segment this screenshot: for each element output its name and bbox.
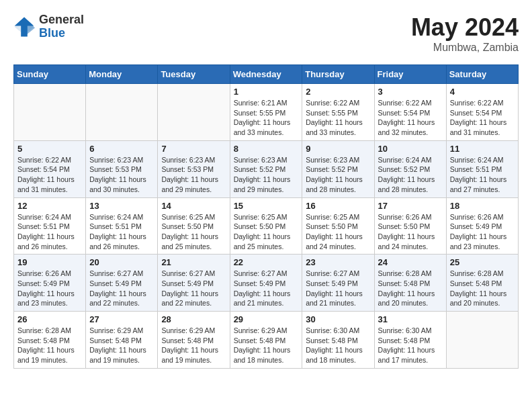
calendar-cell: 19Sunrise: 6:26 AM Sunset: 5:49 PM Dayli… (14, 255, 86, 312)
day-info: Sunrise: 6:27 AM Sunset: 5:49 PM Dayligh… (234, 269, 299, 308)
day-number: 7 (161, 144, 226, 154)
calendar-cell: 22Sunrise: 6:27 AM Sunset: 5:49 PM Dayli… (230, 255, 302, 312)
day-number: 29 (234, 314, 299, 324)
calendar-table: SundayMondayTuesdayWednesdayThursdayFrid… (13, 64, 519, 369)
day-number: 22 (234, 257, 299, 267)
calendar-cell: 4Sunrise: 6:22 AM Sunset: 5:54 PM Daylig… (446, 84, 518, 141)
day-info: Sunrise: 6:22 AM Sunset: 5:54 PM Dayligh… (17, 155, 82, 195)
title-block: May 2024 Mumbwa, Zambia (411, 13, 519, 54)
day-info: Sunrise: 6:27 AM Sunset: 5:49 PM Dayligh… (89, 269, 154, 308)
day-info: Sunrise: 6:28 AM Sunset: 5:48 PM Dayligh… (17, 326, 82, 365)
day-number: 5 (17, 144, 82, 154)
calendar-header-row: SundayMondayTuesdayWednesdayThursdayFrid… (14, 65, 519, 84)
day-info: Sunrise: 6:29 AM Sunset: 5:48 PM Dayligh… (89, 326, 154, 365)
calendar-cell: 29Sunrise: 6:29 AM Sunset: 5:48 PM Dayli… (230, 312, 302, 369)
day-number: 11 (450, 144, 515, 154)
day-number: 9 (306, 144, 370, 154)
calendar-cell: 9Sunrise: 6:23 AM Sunset: 5:52 PM Daylig… (302, 140, 374, 197)
calendar-cell: 21Sunrise: 6:27 AM Sunset: 5:49 PM Dayli… (158, 255, 230, 312)
day-info: Sunrise: 6:30 AM Sunset: 5:48 PM Dayligh… (306, 326, 370, 365)
calendar-cell: 7Sunrise: 6:23 AM Sunset: 5:53 PM Daylig… (158, 140, 230, 197)
day-number: 14 (161, 201, 226, 211)
calendar-cell: 15Sunrise: 6:25 AM Sunset: 5:50 PM Dayli… (230, 197, 302, 255)
day-info: Sunrise: 6:25 AM Sunset: 5:50 PM Dayligh… (234, 212, 299, 252)
calendar-cell (14, 84, 86, 141)
calendar-cell: 27Sunrise: 6:29 AM Sunset: 5:48 PM Dayli… (86, 312, 158, 369)
calendar-cell: 12Sunrise: 6:24 AM Sunset: 5:51 PM Dayli… (14, 197, 86, 255)
day-number: 17 (378, 201, 443, 211)
day-info: Sunrise: 6:28 AM Sunset: 5:48 PM Dayligh… (450, 269, 515, 308)
day-info: Sunrise: 6:24 AM Sunset: 5:52 PM Dayligh… (378, 155, 443, 195)
day-info: Sunrise: 6:24 AM Sunset: 5:51 PM Dayligh… (89, 212, 154, 252)
day-info: Sunrise: 6:26 AM Sunset: 5:49 PM Dayligh… (450, 212, 515, 252)
day-info: Sunrise: 6:22 AM Sunset: 5:54 PM Dayligh… (450, 98, 515, 138)
calendar-week-row: 12Sunrise: 6:24 AM Sunset: 5:51 PM Dayli… (14, 197, 519, 255)
day-info: Sunrise: 6:22 AM Sunset: 5:55 PM Dayligh… (306, 98, 370, 138)
day-number: 19 (17, 257, 82, 267)
logo: General Blue (13, 13, 84, 40)
day-info: Sunrise: 6:29 AM Sunset: 5:48 PM Dayligh… (234, 326, 299, 365)
day-info: Sunrise: 6:21 AM Sunset: 5:55 PM Dayligh… (234, 98, 299, 138)
calendar-cell: 6Sunrise: 6:23 AM Sunset: 5:53 PM Daylig… (86, 140, 158, 197)
logo-general: General (39, 13, 84, 27)
calendar-cell: 31Sunrise: 6:30 AM Sunset: 5:48 PM Dayli… (374, 312, 446, 369)
calendar-cell (86, 84, 158, 141)
day-info: Sunrise: 6:23 AM Sunset: 5:52 PM Dayligh… (306, 155, 370, 195)
day-number: 24 (378, 257, 443, 267)
day-number: 20 (89, 257, 154, 267)
day-number: 31 (378, 314, 443, 324)
day-info: Sunrise: 6:27 AM Sunset: 5:49 PM Dayligh… (161, 269, 226, 308)
day-number: 16 (306, 201, 370, 211)
day-info: Sunrise: 6:30 AM Sunset: 5:48 PM Dayligh… (378, 326, 443, 365)
calendar-week-row: 26Sunrise: 6:28 AM Sunset: 5:48 PM Dayli… (14, 312, 519, 369)
day-info: Sunrise: 6:25 AM Sunset: 5:50 PM Dayligh… (161, 212, 226, 252)
title-month: May 2024 (411, 13, 519, 42)
calendar-cell: 16Sunrise: 6:25 AM Sunset: 5:50 PM Dayli… (302, 197, 374, 255)
calendar-cell: 26Sunrise: 6:28 AM Sunset: 5:48 PM Dayli… (14, 312, 86, 369)
day-number: 3 (378, 87, 443, 97)
calendar-week-row: 1Sunrise: 6:21 AM Sunset: 5:55 PM Daylig… (14, 84, 519, 141)
day-number: 2 (306, 87, 370, 97)
calendar-header-wednesday: Wednesday (230, 65, 302, 84)
calendar-cell: 10Sunrise: 6:24 AM Sunset: 5:52 PM Dayli… (374, 140, 446, 197)
day-number: 1 (234, 87, 299, 97)
day-number: 21 (161, 257, 226, 267)
day-info: Sunrise: 6:24 AM Sunset: 5:51 PM Dayligh… (450, 155, 515, 195)
calendar-header-monday: Monday (86, 65, 158, 84)
calendar-cell: 18Sunrise: 6:26 AM Sunset: 5:49 PM Dayli… (446, 197, 518, 255)
calendar-cell: 11Sunrise: 6:24 AM Sunset: 5:51 PM Dayli… (446, 140, 518, 197)
page-header: General Blue May 2024 Mumbwa, Zambia (13, 13, 519, 54)
day-number: 6 (89, 144, 154, 154)
day-number: 13 (89, 201, 154, 211)
day-number: 25 (450, 257, 515, 267)
logo-text: General Blue (39, 13, 84, 40)
day-info: Sunrise: 6:23 AM Sunset: 5:52 PM Dayligh… (234, 155, 299, 195)
calendar-cell: 30Sunrise: 6:30 AM Sunset: 5:48 PM Dayli… (302, 312, 374, 369)
calendar-cell: 20Sunrise: 6:27 AM Sunset: 5:49 PM Dayli… (86, 255, 158, 312)
calendar-cell (446, 312, 518, 369)
day-info: Sunrise: 6:25 AM Sunset: 5:50 PM Dayligh… (306, 212, 370, 252)
day-info: Sunrise: 6:22 AM Sunset: 5:54 PM Dayligh… (378, 98, 443, 138)
calendar-header-saturday: Saturday (446, 65, 518, 84)
calendar-cell: 25Sunrise: 6:28 AM Sunset: 5:48 PM Dayli… (446, 255, 518, 312)
calendar-cell: 2Sunrise: 6:22 AM Sunset: 5:55 PM Daylig… (302, 84, 374, 141)
calendar-cell: 14Sunrise: 6:25 AM Sunset: 5:50 PM Dayli… (158, 197, 230, 255)
day-number: 10 (378, 144, 443, 154)
calendar-cell: 3Sunrise: 6:22 AM Sunset: 5:54 PM Daylig… (374, 84, 446, 141)
calendar-cell: 17Sunrise: 6:26 AM Sunset: 5:50 PM Dayli… (374, 197, 446, 255)
logo-icon (13, 16, 35, 38)
calendar-header-tuesday: Tuesday (158, 65, 230, 84)
day-number: 8 (234, 144, 299, 154)
day-number: 15 (234, 201, 299, 211)
day-number: 23 (306, 257, 370, 267)
day-info: Sunrise: 6:23 AM Sunset: 5:53 PM Dayligh… (161, 155, 226, 195)
calendar-cell: 5Sunrise: 6:22 AM Sunset: 5:54 PM Daylig… (14, 140, 86, 197)
day-info: Sunrise: 6:23 AM Sunset: 5:53 PM Dayligh… (89, 155, 154, 195)
calendar-week-row: 19Sunrise: 6:26 AM Sunset: 5:49 PM Dayli… (14, 255, 519, 312)
day-number: 26 (17, 314, 82, 324)
title-location: Mumbwa, Zambia (411, 42, 519, 54)
calendar-header-sunday: Sunday (14, 65, 86, 84)
day-info: Sunrise: 6:27 AM Sunset: 5:49 PM Dayligh… (306, 269, 370, 308)
calendar-cell: 8Sunrise: 6:23 AM Sunset: 5:52 PM Daylig… (230, 140, 302, 197)
day-number: 4 (450, 87, 515, 97)
